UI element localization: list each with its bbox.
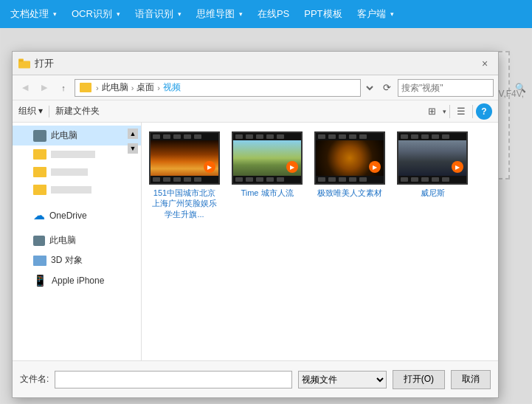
path-refresh-button[interactable]: ⟳ [379, 80, 395, 96]
film-hole [277, 134, 284, 139]
sidebar-item-folder2[interactable] [13, 163, 141, 181]
nav-dropdown-icon-docs: ▾ [53, 10, 57, 18]
path-segment-desktop[interactable]: 桌面 [137, 81, 154, 94]
video-thumb-4: ▶ [397, 131, 468, 185]
nav-item-voice[interactable]: 语音识别 ▾ [128, 0, 189, 28]
film-strip-bottom-1 [151, 176, 218, 183]
film-hole [421, 177, 429, 182]
nav-item-ocr[interactable]: OCR识别 ▾ [64, 0, 128, 28]
video-thumb-1: ▶ [149, 131, 220, 185]
filename-label: 文件名: [20, 373, 49, 386]
film-strip-bottom-3 [316, 176, 384, 183]
filename-input[interactable] [55, 371, 291, 388]
pc-icon-2 [33, 236, 45, 246]
film-strip-bottom-2 [233, 176, 301, 183]
path-segment-video[interactable]: 视频 [163, 81, 181, 94]
nav-forward-button[interactable]: ▶ [36, 80, 52, 96]
film-hole [184, 134, 191, 139]
navbar: 文档处理 ▾ OCR识别 ▾ 语音识别 ▾ 思维导图 ▾ 在线PS PPT模板 … [0, 0, 532, 28]
dialog-footer: 文件名: 视频文件 打开(O) 取消 [13, 360, 498, 397]
film-hole [163, 134, 170, 139]
nav-up-button[interactable]: ↑ [55, 80, 72, 96]
sidebar-scroll-up-button[interactable]: ▲ [128, 129, 138, 139]
play-icon-3: ▶ [369, 161, 381, 173]
dialog-folder-icon [18, 58, 30, 69]
play-icon-4: ▶ [452, 161, 463, 173]
organize-button[interactable]: 组织 ▾ [18, 105, 43, 117]
folder-label-1 [51, 151, 95, 158]
open-file-dialog: 打开 × ◀ ▶ ↑ › 此电脑 › 桌面 › 视频 ▾ ⟳ 🔍 [12, 51, 499, 398]
folder-label-3 [51, 186, 91, 194]
open-button[interactable]: 打开(O) [393, 370, 445, 389]
file-item-2[interactable]: ▶ Time 城市人流 [230, 129, 304, 222]
nav-item-mindmap[interactable]: 思维导图 ▾ [189, 0, 250, 28]
film-hole [277, 177, 284, 182]
cancel-button[interactable]: 取消 [451, 370, 491, 389]
film-hole [266, 177, 274, 182]
file-item-4[interactable]: ▶ 威尼斯 [395, 129, 469, 222]
film-hole [421, 134, 429, 139]
folder-3d-icon [33, 256, 46, 266]
nav-item-client[interactable]: 客户端 ▾ [350, 0, 401, 28]
film-hole [432, 134, 439, 139]
view-thumbnail-button[interactable]: ⊞ [424, 103, 440, 120]
nav-dropdown-icon-voice: ▾ [178, 10, 182, 18]
film-hole [349, 134, 356, 139]
sidebar-item-this-pc[interactable]: 此电脑 [13, 230, 141, 250]
search-input[interactable] [401, 83, 512, 93]
film-hole [163, 177, 170, 182]
nav-item-docs[interactable]: 文档处理 ▾ [3, 0, 64, 28]
nav-item-onlineps[interactable]: 在线PS [250, 0, 297, 28]
film-strip-top-2 [233, 133, 301, 140]
file-name-1: 151中国城市北京上海广州笑脸娱乐学生升旗... [151, 188, 218, 219]
file-name-3: 极致唯美人文素材 [317, 188, 382, 198]
nav-dropdown-icon-client: ▾ [390, 10, 394, 18]
filetype-select[interactable]: 视频文件 [298, 371, 387, 388]
folder-icon-2 [33, 167, 46, 177]
toolbar-divider [49, 106, 49, 117]
video-thumb-2: ▶ [232, 131, 303, 185]
view-dropdown-icon[interactable]: ▾ [443, 108, 446, 115]
path-bar: › 此电脑 › 桌面 › 视频 [75, 79, 361, 97]
film-hole [339, 177, 346, 182]
film-hole [432, 177, 439, 182]
file-item-1[interactable]: ▶ 151中国城市北京上海广州笑脸娱乐学生升旗... [148, 129, 221, 222]
film-hole [235, 134, 243, 139]
sidebar-scroll-down-button[interactable]: ▼ [128, 143, 138, 154]
nav-item-ppt[interactable]: PPT模板 [297, 0, 349, 28]
nav-dropdown-icon-mindmap: ▾ [239, 10, 243, 18]
new-folder-button[interactable]: 新建文件夹 [55, 105, 100, 117]
dialog-titlebar: 打开 × [13, 52, 498, 75]
sidebar-item-this-computer[interactable]: 此电脑 [13, 126, 141, 145]
folder-icon-3 [33, 185, 46, 195]
sidebar-item-folder1[interactable] [13, 145, 141, 163]
film-hole [153, 177, 160, 182]
file-item-3[interactable]: ▶ 极致唯美人文素材 [313, 129, 387, 222]
sidebar-item-3d[interactable]: 3D 对象 [13, 250, 141, 270]
film-hole [442, 177, 449, 182]
film-hole [359, 177, 367, 182]
path-segment-computer[interactable]: 此电脑 [102, 81, 128, 94]
film-hole [401, 134, 408, 139]
path-dropdown[interactable]: ▾ [364, 79, 376, 97]
view-details-button[interactable]: ☰ [453, 103, 469, 120]
film-hole [328, 177, 336, 182]
pc-icon [33, 130, 46, 142]
film-strip-top-3 [316, 133, 384, 140]
sidebar-item-onedrive[interactable]: ☁ OneDrive [13, 205, 141, 226]
film-strip-bottom-4 [398, 176, 466, 183]
search-icon[interactable]: 🔍 [515, 83, 526, 93]
film-hole [153, 134, 160, 139]
file-grid: ▶ 151中国城市北京上海广州笑脸娱乐学生升旗... [142, 123, 498, 360]
dialog-close-button[interactable]: × [477, 56, 492, 71]
nav-back-button[interactable]: ◀ [17, 80, 33, 96]
nav-dropdown-icon-ocr: ▾ [117, 10, 120, 18]
sidebar-item-folder3[interactable] [13, 181, 141, 199]
dialog-title-text: 打开 [35, 57, 477, 70]
path-arrow-1: › [96, 83, 99, 92]
film-hole [194, 134, 201, 139]
file-name-4: 威尼斯 [421, 188, 445, 198]
help-button[interactable]: ? [476, 103, 492, 120]
sidebar-item-apple-iphone[interactable]: 📱 Apple iPhone [13, 270, 141, 291]
main-area: 点击选择文件 开始压缩 支持 FLV,F4V, 打开 × ◀ ▶ ↑ › 此电 [0, 28, 532, 404]
